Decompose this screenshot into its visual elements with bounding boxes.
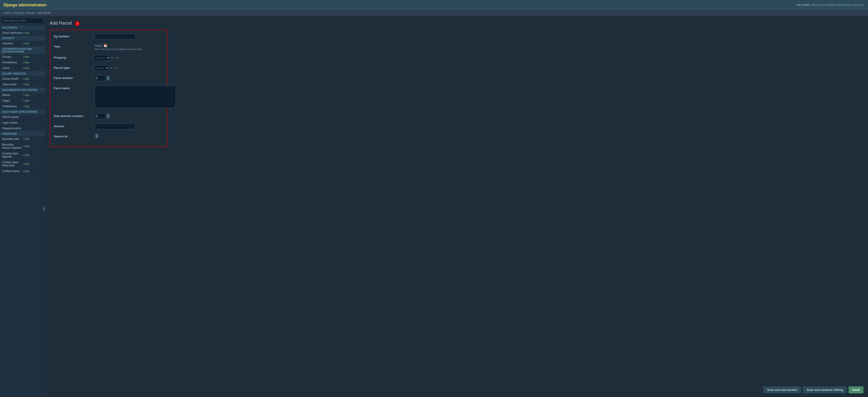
sidebar-add-boundary-search[interactable]: + Add (23, 145, 43, 148)
sidebar-link-context-legends[interactable]: Context layer legends (2, 152, 23, 158)
year-label: Year: (54, 44, 94, 48)
view-site-link[interactable]: VIEW SITE (811, 4, 824, 6)
calendar-icon[interactable]: 📅 (103, 44, 107, 47)
sidebar-add-group-results[interactable]: + Add (23, 77, 43, 80)
sidebar-item-email-addresses: Email addresses + Add (0, 30, 45, 36)
subdivision-decrement[interactable]: ▼ (106, 116, 110, 118)
change-password-link[interactable]: CHANGE PASSWORD (826, 4, 851, 6)
sidebar-item-crud-events: CRUD events (0, 114, 45, 120)
sidebar-link-context-tiling[interactable]: Context layer tiling tasks (2, 161, 23, 167)
subdivision-increment[interactable]: ▲ (106, 114, 110, 116)
sidebar-add-preferences[interactable]: + Add (23, 105, 43, 108)
breadcrumb: Home › Property › Parcels › Add Parcel (0, 10, 868, 16)
farm-number-decrement[interactable]: ▼ (106, 78, 110, 80)
subdivision-label: Sub division number: (54, 113, 94, 118)
sg-number-input[interactable] (94, 34, 135, 39)
page-title: Add Parcel 1 (50, 21, 864, 26)
sidebar-add-permissions[interactable]: + Add (23, 61, 43, 64)
farm-number-label: Farm number: (54, 75, 94, 80)
sidebar-item-group-results: Group results + Add (0, 76, 45, 82)
sidebar-item-boundary-search: Boundary search requests + Add (0, 142, 45, 151)
sidebar-link-crud-events[interactable]: CRUD events (2, 115, 43, 119)
sidebar-link-task-results[interactable]: Task results (2, 83, 23, 86)
sidebar-link-permissions[interactable]: Permissions (2, 61, 23, 64)
sidebar-collapse-toggle[interactable]: « (43, 207, 45, 211)
sidebar-add-task-results[interactable]: + Add (23, 83, 43, 86)
property-delete-icon[interactable]: ✕ (116, 56, 118, 59)
sidebar-link-login-events[interactable]: Login events (2, 121, 43, 124)
farm-name-label: Farm name: (54, 86, 94, 90)
layout: « ACCOUNTS Email addresses + Add ACTIVIT… (0, 16, 868, 397)
add-parcel-form: Sg number: Year: Today 📅 Note: You are 2… (50, 30, 167, 147)
footer-actions: Save and add another Save and continue e… (45, 382, 868, 397)
parcel-type-add-icon[interactable]: + (113, 66, 114, 69)
farm-number-wrapper: ▲ ▼ (94, 75, 163, 81)
source-id-spinner: ▲ ▼ (95, 134, 98, 138)
parcel-type-edit-icon[interactable]: ✎ (110, 66, 112, 69)
sidebar-add-activities[interactable]: + Add (23, 42, 43, 45)
sidebar-section-auth: AUTHENTICATION AND AUTHORIZATION (0, 47, 45, 54)
save-continue-button[interactable]: Save and continue editing (803, 386, 846, 393)
sidebar-link-request-events[interactable]: Request events (2, 127, 43, 130)
source-id-increment[interactable]: ▲ (95, 134, 98, 136)
property-select[interactable]: --------- (94, 55, 110, 61)
breadcrumb-home[interactable]: Home (4, 11, 11, 15)
breadcrumb-current: Add Parcel (37, 11, 51, 15)
log-out-link[interactable]: LOG OUT (853, 4, 864, 6)
sidebar-link-groups[interactable]: Groups (2, 55, 23, 58)
save-add-another-button[interactable]: Save and add another (763, 386, 801, 393)
sidebar-link-users[interactable]: Users (2, 66, 23, 70)
sidebar-add-context-layers[interactable]: + Add (23, 170, 43, 172)
property-row: Property: --------- ✎ + ✕ (54, 55, 163, 62)
sidebar-add-boundary-files[interactable]: + Add (23, 138, 43, 140)
sg-number-field (94, 34, 163, 39)
sidebar-link-activities[interactable]: Activities (2, 42, 23, 45)
farm-name-input[interactable] (94, 86, 176, 108)
parcel-type-select[interactable]: -------- (94, 65, 109, 71)
sidebar-link-context-layers[interactable]: Context layers (2, 170, 23, 173)
subdivision-input[interactable] (94, 113, 106, 119)
property-actions: ✎ + ✕ (111, 56, 118, 59)
subdivision-field: ▲ ▼ (94, 113, 163, 119)
sidebar-add-email-addresses[interactable]: + Add (23, 31, 43, 34)
sidebar-link-email-addresses[interactable]: Email addresses (2, 31, 23, 34)
sidebar-link-boundary-files[interactable]: Boundary files (2, 137, 23, 141)
breadcrumb-property[interactable]: Property (13, 11, 24, 15)
sg-number-row: Sg number: (54, 34, 163, 41)
sidebar-item-context-legends: Context layer legends + Add (0, 151, 45, 160)
sidebar-search-input[interactable] (2, 18, 43, 23)
sidebar-add-context-legends[interactable]: + Add (23, 154, 43, 157)
farm-number-spinner: ▲ ▼ (106, 76, 110, 80)
sidebar-link-boundary-search[interactable]: Boundary search requests (2, 143, 23, 149)
save-button[interactable]: SAVE (848, 386, 864, 393)
source-id-decrement[interactable]: ▼ (95, 136, 98, 138)
parcel-type-select-row: -------- ✎ + ✕ (94, 65, 163, 71)
sidebar-add-blocks[interactable]: + Add (23, 94, 43, 96)
sidebar-add-pages[interactable]: + Add (23, 100, 43, 102)
sidebar-add-users[interactable]: + Add (23, 67, 43, 69)
today-link[interactable]: Today (94, 44, 102, 47)
parcel-type-delete-icon[interactable]: ✕ (115, 66, 117, 69)
sidebar-link-group-results[interactable]: Group results (2, 77, 23, 80)
farm-number-increment[interactable]: ▲ (106, 76, 110, 78)
source-field (94, 123, 163, 129)
sidebar-link-preferences[interactable]: Preferences (2, 105, 23, 108)
source-input[interactable] (94, 123, 135, 129)
sidebar-link-pages[interactable]: Pages (2, 99, 23, 102)
brand-django: Django (4, 3, 18, 7)
sidebar-item-activities: Activities + Add (0, 41, 45, 47)
year-row: Year: Today 📅 Note: You are 2 hours ahea… (54, 44, 163, 52)
sidebar-section-celery: CELERY RESULTS (0, 71, 45, 76)
property-add-icon[interactable]: + (114, 56, 115, 59)
sidebar-section-accounts: ACCOUNTS (0, 25, 45, 30)
farm-number-field: ▲ ▼ (94, 75, 163, 81)
sidebar-link-blocks[interactable]: Blocks (2, 93, 23, 97)
sidebar-add-context-tiling[interactable]: + Add (23, 163, 43, 165)
parcel-type-field: -------- ✎ + ✕ (94, 65, 163, 71)
source-row: Source: (54, 123, 163, 131)
farm-number-row: Farm number: ▲ ▼ (54, 75, 163, 83)
sidebar-add-groups[interactable]: + Add (23, 55, 43, 58)
breadcrumb-parcels[interactable]: Parcels (26, 11, 35, 15)
farm-number-input[interactable] (94, 75, 106, 81)
property-edit-icon[interactable]: ✎ (111, 56, 113, 59)
